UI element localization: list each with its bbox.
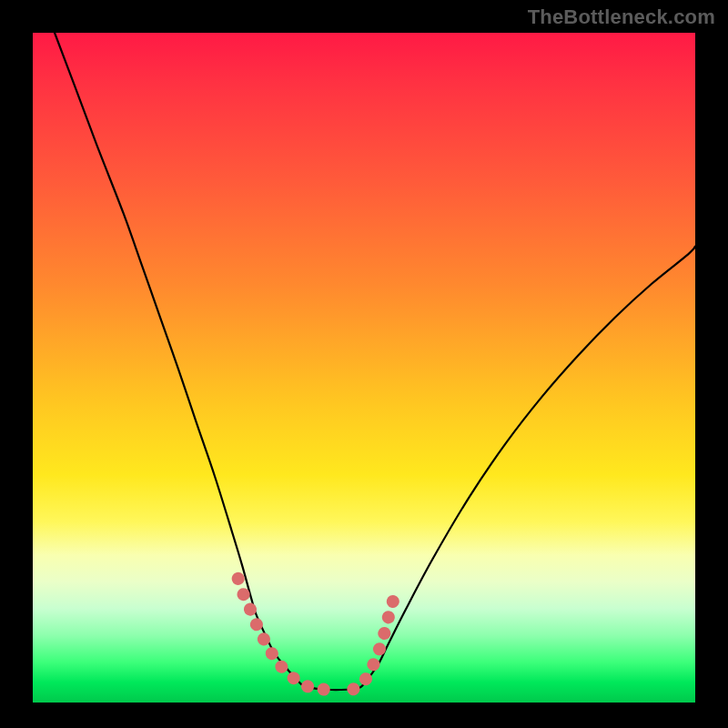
chart-frame: TheBottleneck.com — [0, 0, 728, 728]
branding-watermark: TheBottleneck.com — [528, 5, 715, 29]
bottleneck-curve — [55, 33, 695, 690]
curve-layer — [33, 33, 695, 703]
plot-area — [33, 33, 695, 703]
right-marker-cluster — [353, 587, 396, 690]
left-marker-cluster — [238, 579, 333, 690]
